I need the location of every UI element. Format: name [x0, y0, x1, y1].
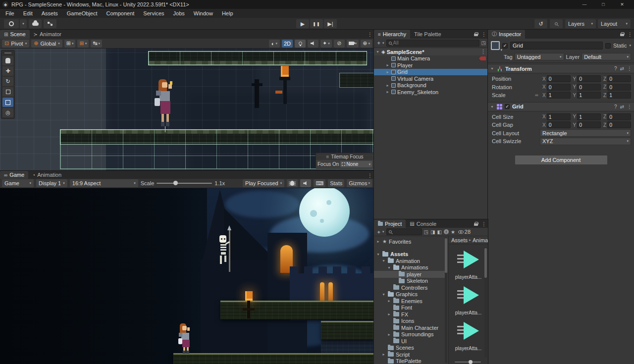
breadcrumb-folder[interactable]: Anima [473, 237, 488, 243]
project-item-scenes[interactable]: Scenes [374, 345, 447, 352]
presets-icon[interactable]: ⇄ [620, 104, 624, 109]
grid-component-header[interactable]: ▾ ✓ Grid ?⇄⋮ [488, 102, 634, 111]
tab-inspector[interactable]: ⓘInspector [488, 30, 525, 39]
step-button[interactable]: ▶| [324, 19, 337, 28]
open-in-search-icon[interactable]: ◳ [481, 40, 486, 46]
transform-position-z-field[interactable]: 0 [607, 75, 631, 82]
expand-arrow-icon[interactable]: ▸ [387, 332, 391, 337]
game-viewport[interactable] [0, 188, 374, 364]
assets-scrollbar[interactable] [484, 247, 487, 357]
toolstrip-drag-handle[interactable] [4, 52, 11, 53]
account-button[interactable] [4, 19, 19, 28]
cell-swizzle-dropdown[interactable]: XYZ▾ [540, 138, 631, 145]
project-item-animations[interactable]: ▾Animations [374, 264, 447, 271]
help-icon[interactable]: ? [614, 66, 617, 71]
scene-audio-button[interactable] [308, 40, 318, 48]
project-item-script[interactable]: ▸Script [374, 351, 447, 358]
expand-arrow-icon[interactable]: ▸ [387, 299, 391, 303]
component-menu-icon[interactable]: ⋮ [627, 66, 632, 71]
grid-cell-size-x-field[interactable]: 1 [547, 113, 571, 120]
tag-dropdown[interactable]: Untagged▾ [515, 53, 564, 60]
grid-cell-gap-x-field[interactable]: 0 [547, 121, 571, 128]
rotate-tool-button[interactable]: ↻ [2, 77, 13, 86]
hierarchy-item-enemy-skeleton[interactable]: ▸Enemy_Skeleton [374, 89, 488, 96]
grid-cell-size-y-field[interactable]: 1 [577, 113, 601, 120]
scene-viewport[interactable]: ✚ ↻ ◎ ≡Tilemap Focus Focus On None▾ [0, 49, 374, 171]
tile-grid-button[interactable]: ⊞▾ [77, 40, 89, 48]
play-button[interactable]: ▶ [296, 19, 309, 28]
help-icon[interactable]: ? [614, 104, 617, 109]
menu-file[interactable]: File [1, 9, 19, 18]
player-character-scene[interactable] [155, 78, 176, 130]
tab-tile-palette[interactable]: Tile Palette [410, 30, 445, 39]
project-create-button[interactable]: ＋▾ [376, 228, 384, 236]
tab-hierarchy[interactable]: ≡Hierarchy [374, 30, 410, 39]
tab-game[interactable]: ∞Game [0, 171, 28, 179]
project-item-favorites[interactable]: ▸★Favorites [374, 238, 447, 245]
debug-button[interactable] [287, 179, 298, 187]
active-checkbox[interactable]: ✓ [502, 43, 508, 49]
menu-jobs[interactable]: Jobs [169, 9, 189, 18]
transform-rotation-z-field[interactable]: 0 [607, 84, 631, 91]
expand-arrow-icon[interactable]: ▾ [381, 292, 386, 297]
transform-rotation-y-field[interactable]: 0 [577, 84, 601, 91]
static-dropdown-icon[interactable]: ▾ [629, 44, 631, 48]
close-button[interactable]: ✕ [613, 0, 632, 9]
thumbnail-size-knob[interactable] [469, 360, 473, 364]
grid-cell-size-z-field[interactable]: 0 [607, 113, 631, 120]
component-menu-icon[interactable]: ⋮ [627, 104, 632, 109]
menu-assets[interactable]: Assets [37, 9, 62, 18]
hierarchy-item-virtual-camera[interactable]: Virtual Camera [374, 75, 488, 82]
undo-history-button[interactable]: ↺ [534, 19, 547, 28]
lock-icon[interactable] [474, 32, 478, 36]
expand-arrow-icon[interactable]: ▸ [376, 239, 380, 244]
expand-arrow-icon[interactable]: ▸ [385, 83, 390, 88]
inspector-menu-icon[interactable]: ⋮ [628, 32, 633, 37]
project-item-player[interactable]: player [374, 271, 447, 278]
tilemap-focus-title[interactable]: ≡Tilemap Focus [316, 153, 373, 160]
gameobject-name-field[interactable] [510, 42, 603, 50]
2d-mode-button[interactable]: 2D [282, 40, 293, 48]
account-dropdown[interactable]: ▾ [20, 19, 27, 28]
game-input-button[interactable]: ⌨ [314, 179, 325, 187]
cell-layout-dropdown[interactable]: Rectangle▾ [540, 129, 631, 137]
presets-icon[interactable]: ⇄ [620, 66, 624, 71]
expand-arrow-icon[interactable]: ▾ [375, 50, 380, 54]
scale-slider[interactable] [157, 183, 212, 184]
menu-help[interactable]: Help [217, 9, 238, 18]
project-item-main-character[interactable]: Main Character [374, 324, 447, 331]
favorites-filter-icon[interactable]: ★ [451, 229, 455, 235]
play-focused-dropdown[interactable]: Play Focused▾ [243, 179, 284, 187]
hierarchy-item-grid[interactable]: ▸Grid [374, 69, 488, 76]
menu-services[interactable]: Services [139, 9, 168, 18]
layer-dropdown[interactable]: Default▾ [581, 53, 631, 60]
scene-menu-icon[interactable]: ⋮ [368, 32, 372, 37]
project-item-ui[interactable]: UI [374, 338, 447, 345]
snap-settings-button[interactable]: ↹▾ [91, 40, 102, 48]
hierarchy-searchbox[interactable] [386, 40, 479, 47]
tab-console[interactable]: ▤Console [406, 219, 440, 228]
maximize-button[interactable]: □ [594, 0, 613, 9]
project-item-skeleton[interactable]: Skeleton [374, 278, 447, 285]
tab-scene[interactable]: ⊞Scene [0, 30, 30, 39]
project-item-surroundings[interactable]: ▸Surroundings [374, 331, 447, 338]
expand-arrow-icon[interactable]: ▾ [387, 265, 391, 270]
hierarchy-search-input[interactable] [393, 40, 477, 46]
asset-item-2[interactable]: playerAtta... [449, 286, 488, 315]
tab-animation[interactable]: ◔Animation [28, 171, 65, 179]
game-audio-button[interactable] [300, 179, 311, 187]
hand-tool-button[interactable] [2, 56, 13, 65]
expand-arrow-icon[interactable]: ▸ [385, 63, 390, 67]
transform-scale-x-field[interactable]: 1 [547, 92, 571, 99]
camera-warning-icon[interactable] [480, 56, 486, 60]
scale-slider-knob[interactable] [173, 181, 178, 185]
stats-button[interactable]: Stats [328, 179, 344, 187]
project-tree-scrollbar[interactable] [445, 237, 447, 363]
hidden-count-badge[interactable]: 28 [458, 229, 471, 235]
add-component-button[interactable]: Add Component [515, 155, 608, 165]
project-item-graphics[interactable]: ▾Graphics [374, 291, 447, 298]
lock-icon[interactable] [620, 32, 624, 36]
project-menu-icon[interactable]: ⋮ [481, 221, 486, 227]
project-item-animation[interactable]: ▾Animation [374, 258, 447, 264]
transform-component-header[interactable]: ▾ Transform ?⇄⋮ [488, 64, 634, 73]
